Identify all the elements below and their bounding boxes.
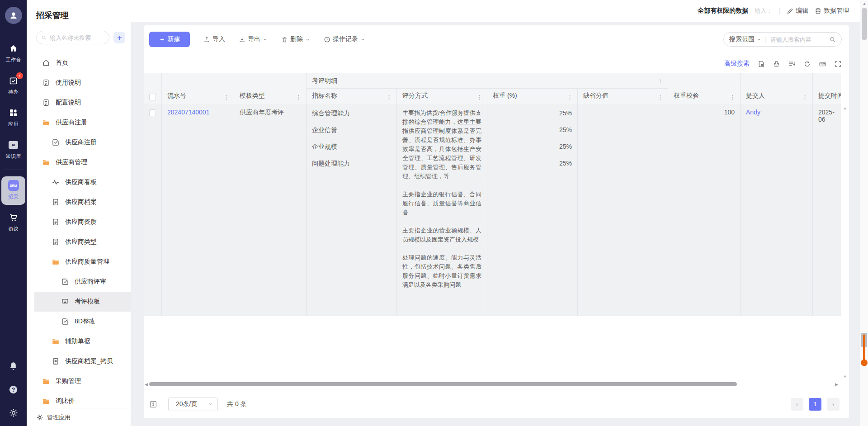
column-menu-icon[interactable]: ⋮ <box>730 95 736 100</box>
total-count: 共 0 条 <box>227 400 247 408</box>
sidebar-folder-supplier-register[interactable]: 供应商注册 <box>27 113 131 133</box>
thermometer-widget[interactable] <box>860 333 868 372</box>
sidebar-search-input[interactable] <box>50 34 104 41</box>
column-header-weight[interactable]: 权重 (%)⋮ <box>487 89 578 104</box>
search-scope-dropdown[interactable]: 搜索范围 <box>729 35 761 43</box>
row-checkbox[interactable] <box>149 109 156 116</box>
table-search-input[interactable] <box>770 36 826 43</box>
column-header-submit-time[interactable]: 提交时间 <box>813 73 841 104</box>
scroll-up-arrow[interactable]: ▲ <box>843 106 847 110</box>
import-button[interactable]: 导入 <box>203 35 225 43</box>
avatar[interactable] <box>5 7 22 24</box>
refresh-icon[interactable] <box>803 60 811 68</box>
table-tools: 高级搜索 <box>724 59 842 69</box>
add-button[interactable] <box>113 32 125 43</box>
sidebar-folder-purchase-mgmt[interactable]: 采购管理 <box>27 371 131 391</box>
scroll-right-arrow[interactable]: ▶ <box>835 382 838 387</box>
column-header-indicator[interactable]: 指标名称⋮ <box>307 89 397 104</box>
prev-page-button[interactable]: ‹ <box>791 398 803 411</box>
rail-item-knowledge[interactable]: AI 知识库 <box>5 139 21 160</box>
new-button[interactable]: 新建 <box>149 32 190 47</box>
data-manage-button[interactable]: 数据管理 <box>815 7 849 15</box>
keyboard-icon[interactable] <box>819 60 826 68</box>
search-icon <box>41 34 47 41</box>
row-height-icon[interactable] <box>788 60 796 68</box>
column-header-default-score[interactable]: 缺省分值⋮ <box>578 89 668 104</box>
sidebar-folder-rfq[interactable]: 询比价 <box>27 391 131 408</box>
folder-icon <box>52 258 60 266</box>
sidebar-item-label: 供应商注册 <box>56 118 87 127</box>
sidebar-item-usage-doc[interactable]: 使用说明 <box>27 73 131 93</box>
current-page-button[interactable]: 1 <box>809 398 821 411</box>
rail-item-workbench[interactable]: 工作台 <box>5 43 21 63</box>
sidebar-item-supplier-type[interactable]: 供应商类型 <box>27 232 131 252</box>
column-menu-icon[interactable]: ⋮ <box>386 95 392 100</box>
delete-button[interactable]: 删除 <box>281 35 310 43</box>
sidebar-item-home[interactable]: 首页 <box>27 53 131 73</box>
sidebar-item-config-doc[interactable]: 配置说明 <box>27 93 131 113</box>
sidebar-item-supplier-board[interactable]: 供应商看板 <box>27 172 131 192</box>
submitter-link[interactable]: Andy <box>746 109 760 116</box>
sidebar-search[interactable] <box>36 31 109 44</box>
manage-app-button[interactable]: 管理应用 <box>27 408 131 426</box>
sidebar-item-supplier-register[interactable]: 供应商注册 <box>27 133 131 152</box>
rail-item-apps[interactable]: 应用 <box>8 107 19 128</box>
next-page-button[interactable]: › <box>827 398 840 411</box>
settings-gear-icon[interactable] <box>9 408 19 418</box>
column-header-template-type[interactable]: 模板类型⋮ <box>234 73 307 104</box>
chevron-down-icon <box>208 402 213 407</box>
rail-item-agreement[interactable]: 协议 <box>8 212 19 232</box>
sidebar-item-label: 供应商档案 <box>65 198 97 206</box>
fullscreen-icon[interactable] <box>834 60 842 68</box>
rail-item-todo[interactable]: 7 待办 <box>8 75 19 95</box>
horizontal-scroll-thumb[interactable] <box>149 382 737 386</box>
search-icon[interactable] <box>829 36 836 43</box>
column-header-scoring[interactable]: 评分方式⋮ <box>397 89 487 104</box>
sidebar-item-supplier-qualification[interactable]: 供应商资质 <box>27 212 131 232</box>
document-icon <box>52 238 60 246</box>
row-density-icon[interactable] <box>149 400 157 408</box>
page-size-select[interactable]: 20条/页 <box>168 398 218 411</box>
advanced-search-link[interactable]: 高级搜索 <box>724 60 750 68</box>
sidebar-item-supplier-archive-copy[interactable]: 供应商档案_拷贝 <box>27 351 131 371</box>
export-button[interactable]: 导出 <box>239 35 268 43</box>
table-vertical-scrollbar[interactable]: ▲ ▼ <box>841 104 849 381</box>
serial-link[interactable]: 202407140001 <box>167 109 209 116</box>
sidebar-folder-aux-docs[interactable]: 辅助单据 <box>27 331 131 351</box>
preview-doc-icon[interactable] <box>757 60 765 68</box>
help-icon[interactable] <box>8 384 19 395</box>
table-row[interactable]: 202407140001 供应商年度考评 综合管理能力 企业信誉 企业规模 问题… <box>144 104 841 316</box>
rail-item-label: 工作台 <box>5 57 21 63</box>
column-menu-icon[interactable]: ⋮ <box>657 95 663 100</box>
column-menu-icon[interactable]: ⋮ <box>223 95 229 100</box>
table-search: 搜索范围 | <box>723 32 842 47</box>
sidebar-item-label: 配置说明 <box>56 99 81 107</box>
sidebar-folder-supplier-mgmt[interactable]: 供应商管理 <box>27 152 131 172</box>
select-all-checkbox[interactable] <box>149 94 156 100</box>
bell-icon[interactable] <box>8 361 19 371</box>
column-menu-icon[interactable]: ⋮ <box>567 95 573 100</box>
column-menu-icon[interactable]: ⋮ <box>296 95 302 100</box>
sidebar-item-supplier-review[interactable]: 供应商评审 <box>27 272 131 292</box>
rail-item-srm-active[interactable]: SRM 招采 <box>1 176 25 205</box>
app-rail: 工作台 7 待办 应用 AI 知识库 SRM 招采 协议 <box>0 0 27 426</box>
edit-button[interactable]: 编辑 <box>787 7 808 15</box>
column-group-eval-detail[interactable]: 考评明细⋮ <box>307 73 668 89</box>
stamp-icon[interactable] <box>773 60 780 68</box>
sidebar-item-8d[interactable]: 8D整改 <box>27 312 131 331</box>
sidebar-item-eval-template[interactable]: 考评模板 <box>34 292 131 312</box>
page-scrollbar[interactable]: ▲ <box>860 0 868 426</box>
operation-log-button[interactable]: 操作记录 <box>324 35 365 43</box>
column-header-submitter[interactable]: 提交人⋮ <box>741 73 813 104</box>
scroll-down-arrow[interactable]: ▼ <box>843 374 847 379</box>
column-header-weight-check[interactable]: 权重校验⋮ <box>668 73 741 104</box>
page-scroll-up-arrow[interactable]: ▲ <box>860 1 868 6</box>
scroll-left-arrow[interactable]: ◀ <box>145 382 148 387</box>
sidebar-folder-supplier-quality[interactable]: 供应商质量管理 <box>27 252 131 272</box>
column-header-serial[interactable]: 流水号⋮ <box>162 73 234 104</box>
column-menu-icon[interactable]: ⋮ <box>657 78 663 84</box>
column-menu-icon[interactable]: ⋮ <box>802 95 808 100</box>
column-menu-icon[interactable]: ⋮ <box>476 95 482 100</box>
sidebar-item-supplier-archive[interactable]: 供应商档案 <box>27 192 131 212</box>
page-scroll-thumb[interactable] <box>862 8 867 40</box>
